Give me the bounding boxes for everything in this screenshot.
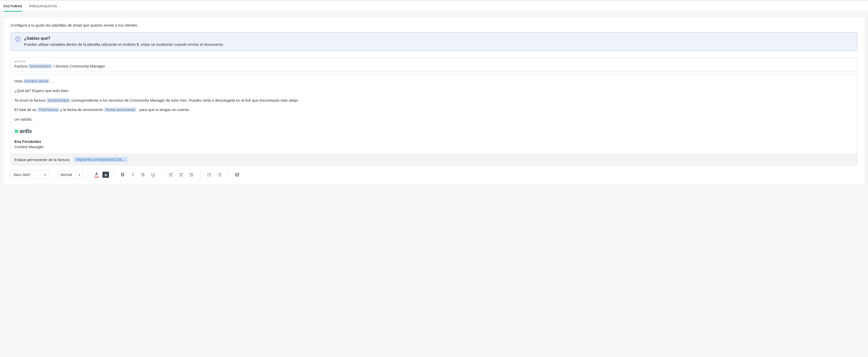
chevron-updown-icon: ▴▾ — [44, 173, 46, 176]
text-color-button[interactable]: A — [92, 170, 101, 179]
logo-mark-icon — [14, 129, 19, 133]
svg-point-9 — [207, 173, 208, 174]
tab-presupuestos[interactable]: PRESUPUESTOS — [29, 1, 57, 12]
body-signoff: Un saludo, — [14, 117, 854, 122]
insert-image-button[interactable] — [233, 170, 242, 179]
company-logo: anfix — [14, 127, 854, 135]
numbered-list-button[interactable]: 123 — [215, 170, 224, 179]
body-line3: Te envío la factura Serie/número corresp… — [14, 98, 854, 103]
bullet-list-button[interactable] — [205, 170, 213, 179]
variable-fecha-vencimiento: Fecha vencimiento — [104, 107, 136, 112]
tab-facturas[interactable]: FACTURAS — [4, 1, 22, 12]
subject-field[interactable]: ASUNTO Factura Serie/número / Servicio C… — [11, 57, 857, 71]
font-family-select[interactable]: Sans Serif ▴▾ — [11, 170, 49, 179]
info-title: ¿Sabías qué? — [24, 36, 224, 41]
body-line2: ¿Qué tal? Espero que todo bien. — [14, 88, 854, 94]
bold-button[interactable]: B — [118, 170, 127, 179]
svg-point-11 — [207, 176, 208, 176]
email-body-editor[interactable]: Hola Nombre cliente , ¿Qué tal? Espero q… — [11, 74, 857, 165]
permalink-url[interactable]: http//anfix.com/ejemplo/1234... — [74, 157, 127, 162]
info-text: Puedes utilizar variables dentro de la p… — [24, 42, 224, 46]
signature-name: Eva Fernández — [14, 139, 854, 144]
body-greeting: Hola Nombre cliente , — [14, 78, 854, 84]
subject-label: ASUNTO — [14, 60, 854, 63]
svg-point-10 — [207, 174, 208, 175]
variable-serie-numero: Serie/número — [28, 64, 52, 68]
template-card: Configura a tu gusto las plantillas de e… — [4, 18, 864, 184]
underline-button[interactable]: U — [149, 170, 157, 179]
editor-toolbar: Sans Serif ▴▾ Normal ▴▾ A A — [11, 170, 857, 180]
body-line4: El total de es Total factura y la fecha … — [14, 107, 854, 112]
align-left-button[interactable] — [167, 170, 175, 179]
variable-total-factura: Total factura — [37, 107, 59, 112]
logo-text: anfix — [20, 127, 32, 135]
font-size-select[interactable]: Normal ▴▾ — [58, 170, 83, 179]
info-banner: i ¿Sabías qué? Puedes utilizar variables… — [11, 32, 857, 51]
tabs-row: FACTURAS PRESUPUESTOS — [0, 1, 868, 12]
highlight-color-button[interactable]: A — [102, 172, 109, 178]
align-right-button[interactable] — [187, 170, 195, 179]
chevron-updown-icon: ▴▾ — [79, 173, 80, 176]
variable-serie-numero-body: Serie/número — [46, 98, 70, 103]
svg-text:3: 3 — [217, 175, 218, 177]
align-center-button[interactable] — [177, 170, 185, 179]
subject-value: Factura Serie/número / Servicio Communit… — [14, 64, 854, 68]
info-icon: i — [16, 37, 21, 42]
permalink-bar: Enlace permanente de la factura: http//a… — [11, 154, 857, 165]
signature-role: Content Manager — [14, 144, 854, 150]
variable-nombre-cliente: Nombre cliente — [23, 79, 50, 84]
intro-text: Configura a tu gusto las plantillas de e… — [11, 23, 857, 27]
permalink-label: Enlace permanente de la factura: — [14, 158, 70, 162]
italic-button[interactable]: I — [128, 170, 137, 179]
strikethrough-button[interactable]: S — [138, 170, 147, 179]
